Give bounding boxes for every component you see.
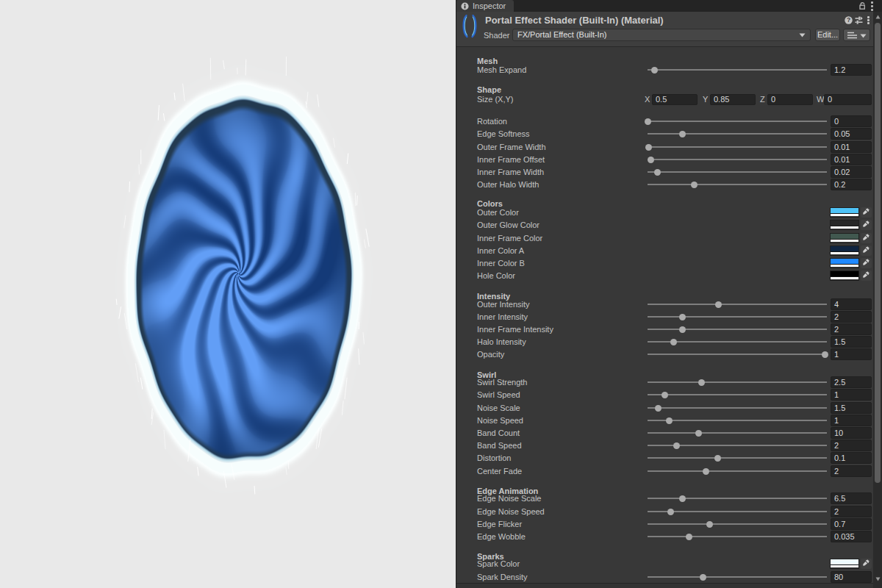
- svg-text:?: ?: [847, 16, 850, 24]
